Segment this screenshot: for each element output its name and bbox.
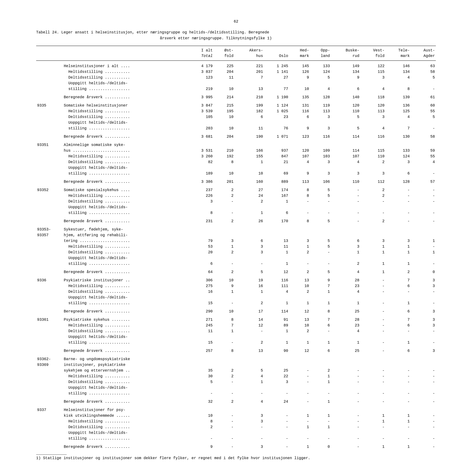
cell: - xyxy=(214,391,234,396)
cell: 1 xyxy=(360,442,386,450)
cell: 1 xyxy=(310,424,331,430)
cell: 2 xyxy=(289,289,310,295)
row-label: Uoppgitt heltids-/deltids- xyxy=(63,295,188,300)
cell xyxy=(331,295,360,300)
cell: 3 xyxy=(310,171,331,176)
cell: 7 xyxy=(234,75,264,81)
cell: 204 xyxy=(214,131,234,139)
cell xyxy=(386,405,411,413)
table-row: 93361Psykiatriske sykehus ........271814… xyxy=(36,314,436,323)
cell: 8 xyxy=(386,86,411,92)
cell: 6 xyxy=(386,171,411,176)
table-row: Uoppgitt heltids-/deltids- xyxy=(36,255,436,261)
cell: 3 xyxy=(411,275,436,283)
cell: 1 xyxy=(310,340,331,345)
cell: - xyxy=(289,391,310,396)
cell xyxy=(234,354,264,362)
cell: 4 xyxy=(331,267,360,275)
cell xyxy=(411,81,436,86)
column-header: I alt xyxy=(188,46,214,53)
cell: - xyxy=(331,374,360,379)
cell: 3 681 xyxy=(188,131,214,139)
row-label: Uoppgitt heltids-/deltids- xyxy=(63,120,188,126)
row-code: 93361 xyxy=(36,314,63,323)
cell xyxy=(289,354,310,362)
table-row: Uoppgitt heltids-/deltids- xyxy=(36,334,436,340)
row-code xyxy=(36,148,63,153)
cell xyxy=(214,204,234,210)
cell xyxy=(331,430,360,436)
cell xyxy=(386,139,411,148)
cell: 2 xyxy=(214,374,234,379)
row-label: Beregnede årsverk ........... xyxy=(63,267,188,275)
cell: 1 xyxy=(264,250,289,255)
cell: 10 xyxy=(289,283,310,289)
cell xyxy=(360,385,386,391)
cell xyxy=(214,334,234,340)
table-row: Heltidsstilling ...........3 26019215584… xyxy=(36,153,436,159)
row-label: Sykestuer, fødehjem, syke- xyxy=(63,224,188,232)
cell: 5 xyxy=(331,114,360,120)
cell: 3 xyxy=(188,199,214,204)
table-row: Beregnede årsverk ...........3 386201160… xyxy=(36,176,436,185)
cell xyxy=(331,354,360,362)
row-code: 9335 xyxy=(36,100,63,108)
cell: 2 xyxy=(234,300,264,306)
cell: - xyxy=(360,210,386,216)
row-code xyxy=(36,159,63,165)
cell: 3 xyxy=(234,419,264,424)
row-code xyxy=(36,176,63,185)
column-header: Vest- xyxy=(360,46,386,53)
cell: - xyxy=(234,424,264,430)
cell: 133 xyxy=(310,61,331,69)
cell: - xyxy=(310,436,331,442)
cell xyxy=(214,165,234,171)
cell: 7 xyxy=(214,323,234,328)
cell: 23 xyxy=(331,283,360,289)
cell: 8 xyxy=(289,185,310,193)
table-row: tering ......................79361335633… xyxy=(36,238,436,244)
cell: - xyxy=(411,199,436,204)
cell: 237 xyxy=(188,185,214,193)
cell: 4 xyxy=(310,86,331,92)
cell: - xyxy=(411,216,436,224)
cell: 8 xyxy=(289,193,310,199)
cell xyxy=(331,204,360,210)
row-code xyxy=(36,334,63,340)
row-label: hjem, attføring og rehabili- xyxy=(63,232,188,238)
cell: 3 xyxy=(289,238,310,244)
cell: 201 xyxy=(234,69,264,75)
cell: 2 xyxy=(386,267,411,275)
cell: 7 xyxy=(386,314,411,323)
cell: - xyxy=(214,261,234,267)
cell: 60 xyxy=(411,100,436,108)
cell: 9 xyxy=(214,283,234,289)
cell: 1 xyxy=(360,250,386,255)
cell: 89 xyxy=(264,323,289,328)
row-label: Heltidsstilling ........... xyxy=(63,153,188,159)
cell: 257 xyxy=(188,345,214,354)
column-header: Oslo xyxy=(264,53,289,61)
cell: 1 xyxy=(386,250,411,255)
row-code xyxy=(36,442,63,450)
cell: 306 xyxy=(188,275,214,283)
cell: 58 xyxy=(411,69,436,75)
cell: 25 xyxy=(331,345,360,354)
cell: 115 xyxy=(360,148,386,153)
cell: 3 260 xyxy=(188,153,214,159)
cell: 114 xyxy=(331,131,360,139)
cell: - xyxy=(331,216,360,224)
cell xyxy=(411,224,436,232)
cell: 9 xyxy=(289,126,310,131)
table-row: Uoppgitt heltids-/deltids- xyxy=(36,295,436,300)
cell: 1 xyxy=(289,442,310,450)
cell: 23 xyxy=(331,323,360,328)
row-label: Deltidsstilling ........... xyxy=(63,199,188,204)
cell xyxy=(411,255,436,261)
cell: 16 xyxy=(234,283,264,289)
cell: 275 xyxy=(188,283,214,289)
row-label: tering ...................... xyxy=(63,238,188,244)
row-label: Deltidsstilling ........... xyxy=(63,424,188,430)
cell: 1 245 xyxy=(264,61,289,69)
cell: - xyxy=(214,210,234,216)
